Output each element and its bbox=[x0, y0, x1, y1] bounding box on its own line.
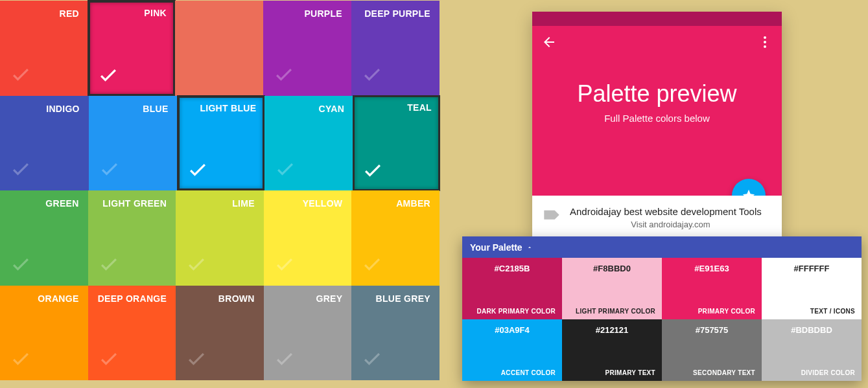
swatch-light-blue[interactable]: LIGHT BLUE bbox=[177, 95, 266, 192]
swatch-pattern[interactable] bbox=[175, 1, 263, 96]
palette-role: ACCENT COLOR bbox=[501, 369, 556, 376]
svg-point-2 bbox=[764, 45, 766, 48]
swatch-label: GREEN bbox=[3, 198, 79, 209]
swatch-green[interactable]: GREEN bbox=[0, 190, 88, 286]
swatch-teal[interactable]: TEAL bbox=[353, 95, 440, 192]
check-icon bbox=[186, 157, 209, 183]
swatch-yellow[interactable]: YELLOW bbox=[264, 190, 352, 286]
palette-hex: #FFFFFF bbox=[762, 264, 862, 273]
check-icon bbox=[97, 347, 121, 372]
swatch-label: RED bbox=[3, 8, 79, 19]
more-vert-icon[interactable] bbox=[757, 34, 773, 52]
palette-cell-light-primary-color[interactable]: #F8BBD0LIGHT PRIMARY COLOR bbox=[562, 258, 662, 319]
palette-cell-secondary-text[interactable]: #757575SECONDARY TEXT bbox=[662, 319, 762, 381]
card-subtitle-text: Visit androidajay.com bbox=[570, 220, 771, 229]
check-icon bbox=[185, 252, 208, 278]
swatch-blue[interactable]: BLUE bbox=[89, 96, 178, 191]
swatch-label: AMBER bbox=[354, 198, 430, 209]
palette-hex: #757575 bbox=[662, 325, 762, 335]
preview-content-card: Androidajay best website development Too… bbox=[532, 196, 782, 237]
check-icon bbox=[360, 62, 384, 88]
check-icon bbox=[97, 252, 121, 278]
check-icon bbox=[98, 157, 121, 183]
svg-point-1 bbox=[764, 41, 766, 43]
check-icon bbox=[361, 158, 384, 184]
swatch-label: TEAL bbox=[355, 102, 432, 113]
panel-header[interactable]: Your Palette bbox=[462, 236, 862, 258]
swatch-lime[interactable]: LIME bbox=[176, 190, 264, 286]
check-icon bbox=[9, 157, 32, 183]
check-icon bbox=[273, 252, 296, 278]
check-icon bbox=[185, 347, 208, 372]
panel-title: Your Palette bbox=[470, 242, 522, 253]
swatch-label: DEEP ORANGE bbox=[91, 293, 167, 304]
tag-icon bbox=[543, 207, 561, 220]
swatch-label: ORANGE bbox=[3, 293, 79, 304]
swatch-label: LIGHT GREEN bbox=[91, 198, 167, 209]
palette-hex: #03A9F4 bbox=[462, 325, 562, 335]
swatch-red[interactable]: RED bbox=[0, 1, 88, 96]
swatch-label: GREY bbox=[266, 293, 343, 304]
swatch-deep-orange[interactable]: DEEP ORANGE bbox=[88, 286, 176, 381]
palette-hex: #BDBDBD bbox=[762, 325, 862, 335]
swatch-light-green[interactable]: LIGHT GREEN bbox=[88, 190, 176, 286]
palette-role: PRIMARY COLOR bbox=[698, 308, 755, 315]
palette-cell-accent-color[interactable]: #03A9F4ACCENT COLOR bbox=[462, 319, 562, 381]
swatch-label: INDIGO bbox=[3, 104, 80, 114]
svg-point-0 bbox=[764, 36, 766, 39]
palette-hex: #C2185B bbox=[462, 264, 562, 273]
swatch-label: LIME bbox=[178, 198, 255, 209]
palette-cell-primary-color[interactable]: #E91E63PRIMARY COLOR bbox=[662, 258, 762, 319]
swatch-label: BLUE GREY bbox=[354, 293, 430, 304]
swatch-label: BROWN bbox=[178, 293, 255, 304]
swatch-label: CYAN bbox=[267, 104, 344, 114]
swatch-blue-grey[interactable]: BLUE GREY bbox=[351, 286, 440, 381]
your-palette-panel: Your Palette #C2185BDARK PRIMARY COLOR#F… bbox=[462, 236, 862, 381]
palette-hex: #212121 bbox=[562, 325, 662, 335]
swatch-deep-purple[interactable]: DEEP PURPLE bbox=[351, 1, 440, 96]
swatch-grey[interactable]: GREY bbox=[264, 286, 352, 381]
swatch-pink[interactable]: PINK bbox=[88, 0, 176, 97]
palette-hex: #E91E63 bbox=[662, 264, 762, 273]
swatch-label: DEEP PURPLE bbox=[354, 8, 430, 19]
card-title-text: Androidajay best website development Too… bbox=[570, 206, 771, 217]
chevron-up-icon bbox=[526, 242, 533, 253]
palette-role: PRIMARY TEXT bbox=[605, 369, 656, 376]
preview-subtitle: Full Palette colors below bbox=[532, 113, 782, 124]
palette-cell-primary-text[interactable]: #212121PRIMARY TEXT bbox=[562, 319, 662, 381]
status-bar bbox=[532, 12, 782, 26]
check-icon bbox=[97, 63, 120, 89]
palette-role: DIVIDER COLOR bbox=[801, 369, 855, 376]
check-icon bbox=[273, 347, 296, 372]
check-icon bbox=[360, 252, 384, 278]
check-icon bbox=[272, 62, 296, 88]
app-bar: Palette preview Full Palette colors belo… bbox=[532, 26, 782, 196]
swatch-cyan[interactable]: CYAN bbox=[264, 96, 353, 191]
palette-role: DARK PRIMARY COLOR bbox=[476, 308, 556, 315]
palette-cell-text-icons[interactable]: #FFFFFFTEXT / ICONS bbox=[762, 258, 862, 319]
swatch-label: LIGHT BLUE bbox=[180, 103, 257, 113]
preview-title: Palette preview bbox=[532, 80, 782, 108]
swatch-label: PURPLE bbox=[266, 8, 342, 19]
check-icon bbox=[9, 62, 32, 88]
swatch-label: YELLOW bbox=[266, 198, 343, 209]
swatch-indigo[interactable]: INDIGO bbox=[0, 96, 89, 191]
color-swatch-grid: REDPINKPURPLEDEEP PURPLEINDIGOBLUELIGHT … bbox=[0, 1, 440, 380]
swatch-orange[interactable]: ORANGE bbox=[0, 286, 88, 381]
palette-cell-divider-color[interactable]: #BDBDBDDIVIDER COLOR bbox=[762, 319, 862, 381]
check-icon bbox=[274, 157, 297, 183]
check-icon bbox=[9, 347, 32, 372]
swatch-label: BLUE bbox=[91, 104, 169, 114]
swatch-purple[interactable]: PURPLE bbox=[263, 1, 351, 96]
swatch-label: PINK bbox=[90, 8, 167, 18]
palette-role: LIGHT PRIMARY COLOR bbox=[576, 308, 655, 315]
palette-cell-container: #C2185BDARK PRIMARY COLOR#F8BBD0LIGHT PR… bbox=[462, 258, 862, 381]
check-icon bbox=[360, 347, 384, 372]
palette-cell-dark-primary-color[interactable]: #C2185BDARK PRIMARY COLOR bbox=[462, 258, 562, 319]
swatch-amber[interactable]: AMBER bbox=[351, 190, 440, 286]
palette-hex: #F8BBD0 bbox=[562, 264, 662, 273]
swatch-brown[interactable]: BROWN bbox=[176, 286, 264, 381]
back-arrow-icon[interactable] bbox=[541, 34, 557, 52]
palette-role: TEXT / ICONS bbox=[810, 308, 855, 315]
check-icon bbox=[9, 252, 32, 278]
